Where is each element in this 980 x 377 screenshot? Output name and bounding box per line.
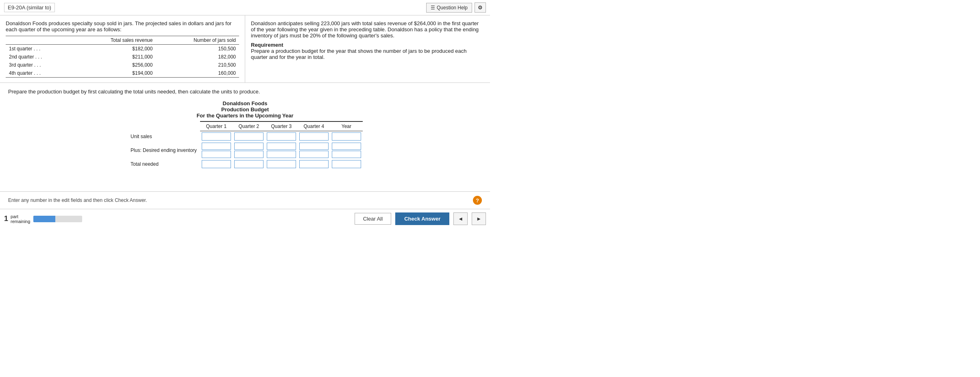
header: E9-20A (similar to) ☰ Question Help ⚙ <box>0 0 490 15</box>
gear-icon: ⚙ <box>478 4 483 11</box>
budget-col-header: Quarter 4 <box>298 121 330 131</box>
budget-double-input-cell <box>233 142 265 159</box>
help-circle-icon[interactable]: ? <box>473 196 482 205</box>
check-answer-button[interactable]: Check Answer <box>395 212 449 225</box>
budget-input-cell <box>233 131 265 142</box>
requirement-text: Prepare a production budget for the year… <box>251 48 484 60</box>
budget-input[interactable] <box>234 160 264 168</box>
budget-input-cell <box>200 131 233 142</box>
col-quarter <box>6 36 73 45</box>
budget-input[interactable] <box>202 132 231 141</box>
budget-row: Total needed <box>127 159 363 169</box>
progress-bar-fill <box>33 216 55 222</box>
budget-input-cell <box>265 131 298 142</box>
budget-title: Production Budget <box>8 106 482 113</box>
budget-input[interactable] <box>332 143 361 150</box>
problem-left: Donaldson Foods produces specialty soup … <box>0 15 245 82</box>
budget-double-input-cell <box>330 142 363 159</box>
budget-input[interactable] <box>299 143 329 150</box>
problem-right-text: Donaldson anticipates selling 223,000 ja… <box>251 20 484 39</box>
budget-input-cell <box>330 131 363 142</box>
header-controls: ☰ Question Help ⚙ <box>426 2 486 13</box>
budget-header: Donaldson Foods Production Budget For th… <box>8 100 482 119</box>
remaining-label: remaining <box>11 219 31 224</box>
page-title: E9-20A (similar to) <box>4 3 55 12</box>
footer-note: Enter any number in the edit fields and … <box>0 191 490 209</box>
part-number: 1 <box>4 214 8 223</box>
budget-row: Plus: Desired ending inventory <box>127 142 363 159</box>
revenue-value: $256,000 <box>73 61 156 69</box>
budget-input[interactable] <box>202 151 231 158</box>
budget-input[interactable] <box>267 132 296 141</box>
budget-input[interactable] <box>234 143 264 150</box>
budget-input[interactable] <box>234 132 264 141</box>
progress-bar <box>33 216 82 222</box>
problem-right: Donaldson anticipates selling 223,000 ja… <box>245 15 490 82</box>
question-help-button[interactable]: ☰ Question Help <box>426 3 472 13</box>
table-row: 3rd quarter . . . $256,000 210,500 <box>6 61 239 69</box>
budget-input[interactable] <box>202 160 231 168</box>
part-label: part <box>11 214 31 219</box>
budget-input-cell <box>330 159 363 169</box>
budget-col-header: Quarter 2 <box>233 121 265 131</box>
problem-intro: Donaldson Foods produces specialty soup … <box>6 20 239 32</box>
budget-col-header: Quarter 3 <box>265 121 298 131</box>
quarter-label: 2nd quarter . . . <box>6 53 73 61</box>
budget-double-input-cell <box>298 142 330 159</box>
budget-input[interactable] <box>299 132 329 141</box>
jars-value: 150,500 <box>156 45 239 53</box>
budget-table: Quarter 1Quarter 2Quarter 3Quarter 4Year… <box>127 121 363 169</box>
clear-all-button[interactable]: Clear All <box>355 213 391 225</box>
instruction-text: Prepare the production budget by first c… <box>8 89 482 95</box>
jars-value: 210,500 <box>156 61 239 69</box>
part-info: part remaining <box>11 214 31 224</box>
budget-input[interactable] <box>332 132 361 141</box>
budget-row-label: Total needed <box>127 159 200 169</box>
budget-input[interactable] <box>299 151 329 158</box>
table-row: 2nd quarter . . . $211,000 182,000 <box>6 53 239 61</box>
quarter-label: 1st quarter . . . <box>6 45 73 53</box>
quarter-label: 3rd quarter . . . <box>6 61 73 69</box>
budget-input[interactable] <box>332 151 361 158</box>
prev-button[interactable]: ◄ <box>453 212 468 225</box>
budget-col-header: Quarter 1 <box>200 121 233 131</box>
footer-text: Enter any number in the edit fields and … <box>8 197 147 203</box>
budget-input-cell <box>200 159 233 169</box>
budget-input[interactable] <box>202 143 231 150</box>
revenue-value: $194,000 <box>73 69 156 78</box>
budget-input[interactable] <box>332 160 361 168</box>
budget-period: For the Quarters in the Upcoming Year <box>8 113 482 119</box>
budget-input-cell <box>298 131 330 142</box>
col-revenue: Total sales revenue <box>73 36 156 45</box>
budget-double-input-cell <box>200 142 233 159</box>
budget-input-cell <box>265 159 298 169</box>
table-row: 1st quarter . . . $182,000 150,500 <box>6 45 239 53</box>
budget-input[interactable] <box>267 160 296 168</box>
budget-input[interactable] <box>234 151 264 158</box>
settings-button[interactable]: ⚙ <box>475 2 486 13</box>
problem-info: Donaldson Foods produces specialty soup … <box>0 15 490 83</box>
table-row: 4th quarter . . . $194,000 160,000 <box>6 69 239 78</box>
budget-col-header: Year <box>330 121 363 131</box>
requirement-label: Requirement <box>251 42 484 48</box>
col-jars: Number of jars sold <box>156 36 239 45</box>
jars-value: 160,000 <box>156 69 239 78</box>
list-icon: ☰ <box>431 5 435 11</box>
main-content: Prepare the production budget by first c… <box>0 83 490 175</box>
revenue-value: $211,000 <box>73 53 156 61</box>
budget-input[interactable] <box>267 143 296 150</box>
budget-table-wrapper: Quarter 1Quarter 2Quarter 3Quarter 4Year… <box>8 121 482 169</box>
budget-input-cell <box>233 159 265 169</box>
budget-input-cell <box>298 159 330 169</box>
budget-row: Unit sales <box>127 131 363 142</box>
company-name: Donaldson Foods <box>8 100 482 106</box>
budget-input[interactable] <box>267 151 296 158</box>
quarter-label: 4th quarter . . . <box>6 69 73 78</box>
budget-double-input-cell <box>265 142 298 159</box>
next-button[interactable]: ► <box>472 212 486 225</box>
budget-row-label: Plus: Desired ending inventory <box>127 142 200 159</box>
budget-input[interactable] <box>299 160 329 168</box>
jars-value: 182,000 <box>156 53 239 61</box>
revenue-value: $182,000 <box>73 45 156 53</box>
budget-row-label: Unit sales <box>127 131 200 142</box>
